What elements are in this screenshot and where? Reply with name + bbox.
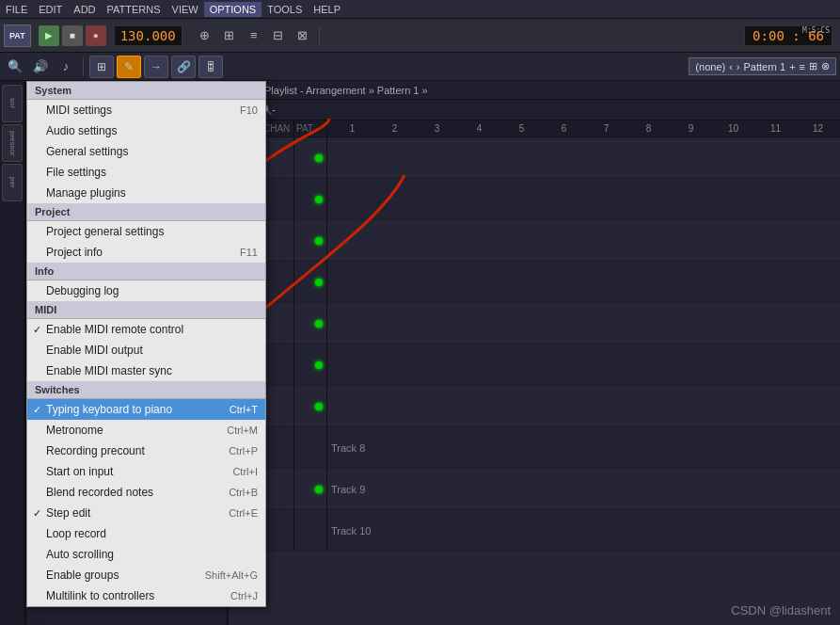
debugging-log-label: Debugging log	[46, 284, 119, 297]
mcs-label: M:S:CS	[802, 26, 830, 35]
pattern-selector[interactable]: (none) ‹ › Pattern 1 + ≡ ⊞ ⊗	[689, 57, 836, 75]
menu-enable-midi-remote[interactable]: ✓ Enable MIDI remote control	[27, 319, 265, 340]
link-tool-btn[interactable]: 🔗	[171, 56, 196, 78]
track-list: Track 8 Track 9 Track 10	[229, 137, 840, 625]
speaker-icon[interactable]: 🔊	[29, 56, 52, 78]
menu-view[interactable]: VIEW	[166, 2, 204, 17]
track4-content[interactable]	[327, 262, 840, 302]
play-button[interactable]: ▶	[39, 25, 59, 46]
track-row	[229, 345, 840, 386]
secondary-toolbar: 🔍 🔊 ♪ ⊞ ✎ → 🔗 🎛 (none) ‹ › Pattern 1 + ≡…	[0, 53, 840, 81]
mixer-tool-btn[interactable]: 🎛	[198, 56, 223, 78]
pattern-grid-icon[interactable]: ⊞	[809, 60, 817, 72]
mcs-seconds: :	[792, 28, 800, 43]
project-info-shortcut: F11	[221, 247, 258, 258]
track7-content[interactable]	[327, 386, 840, 426]
plugin-item-pressor[interactable]: pressor	[2, 124, 23, 162]
menu-enable-midi-master[interactable]: ✓ Enable MIDI master sync	[27, 361, 265, 381]
pattern-close-icon[interactable]: ⊗	[821, 60, 830, 72]
enable-midi-output-label: Enable MIDI output	[46, 344, 143, 357]
toolbar-icon3[interactable]: ≡	[243, 24, 265, 47]
track3-content[interactable]	[327, 220, 840, 261]
menu-audio-settings[interactable]: Audio settings	[27, 120, 265, 141]
pattern-list-icon[interactable]: ≡	[800, 61, 805, 72]
menu-enable-groups[interactable]: ✓ Enable groups Shift+Alt+G	[27, 565, 265, 585]
menu-step-edit[interactable]: ✓ Step edit Ctrl+E	[27, 503, 265, 523]
magnify-icon[interactable]: 🔍	[4, 56, 26, 78]
menu-options[interactable]: OPTIONS	[204, 2, 262, 17]
section-project: Project	[27, 203, 265, 221]
midi-settings-label: MIDI settings	[46, 104, 112, 117]
menu-manage-plugins[interactable]: Manage plugins	[27, 183, 265, 203]
arrow-tool-btn[interactable]: →	[144, 56, 168, 78]
ruler-12: 12	[797, 123, 839, 134]
menu-edit[interactable]: EDIT	[33, 2, 68, 17]
project-info-label: Project info	[46, 246, 103, 259]
toolbar-icon1[interactable]: ⊕	[194, 24, 216, 47]
menu-loop-record[interactable]: ✓ Loop record	[27, 523, 265, 544]
loop-record-label: Loop record	[46, 527, 106, 540]
grid-tool-btn[interactable]: ⊞	[89, 56, 114, 78]
menu-auto-scrolling[interactable]: ✓ Auto scrolling	[27, 544, 265, 565]
ruler-10: 10	[712, 123, 754, 134]
pat-button[interactable]: PAT	[4, 24, 31, 47]
menu-enable-midi-output[interactable]: ✓ Enable MIDI output	[27, 340, 265, 361]
col-chan: CHAN	[262, 120, 294, 136]
menu-file-settings[interactable]: File settings	[27, 162, 265, 183]
toolbar-icon5[interactable]: ⊠	[292, 24, 314, 47]
menu-project-general-settings[interactable]: Project general settings	[27, 221, 265, 242]
menu-project-info[interactable]: Project info F11	[27, 242, 265, 263]
menu-file[interactable]: FILE	[0, 2, 33, 17]
ruler-1: 1	[331, 123, 373, 134]
menu-start-on-input[interactable]: ✓ Start on input Ctrl+I	[27, 461, 265, 482]
ruler-4: 4	[458, 123, 500, 134]
track8-label: Track 8	[331, 442, 365, 454]
menu-multilink[interactable]: ✓ Multilink to controllers Ctrl+J	[27, 585, 265, 606]
menu-blend-recorded[interactable]: ✓ Blend recorded notes Ctrl+B	[27, 482, 265, 503]
toolbar-icon2[interactable]: ⊞	[218, 24, 241, 47]
enable-groups-label: Enable groups	[46, 569, 119, 582]
note-icon[interactable]: ♪	[55, 56, 77, 78]
menu-typing-keyboard[interactable]: ✓ Typing keyboard to piano Ctrl+T	[27, 399, 265, 420]
pattern-add-icon[interactable]: +	[789, 61, 795, 72]
plugin-item-per[interactable]: per	[2, 164, 23, 201]
track9-content[interactable]: Track 9	[327, 469, 840, 509]
track10-label: Track 10	[331, 525, 371, 537]
track2-content[interactable]	[327, 179, 840, 219]
check-enable-groups: ✓	[33, 569, 41, 582]
ruler-5: 5	[500, 123, 543, 134]
menu-metronome[interactable]: ✓ Metronome Ctrl+M	[27, 420, 265, 441]
track10-content[interactable]: Track 10	[327, 510, 840, 551]
led-track9	[315, 486, 323, 493]
plugin-item-sor[interactable]: sor	[2, 85, 23, 122]
bpm-display[interactable]: 130.000	[114, 25, 182, 46]
menu-recording-precount[interactable]: ✓ Recording precount Ctrl+P	[27, 441, 265, 461]
menu-add[interactable]: ADD	[68, 2, 101, 17]
menu-general-settings[interactable]: General settings	[27, 141, 265, 162]
plugin-strip: sor pressor per	[0, 81, 26, 625]
record-button[interactable]: ●	[86, 25, 106, 46]
chevron-right-icon[interactable]: ›	[737, 61, 740, 72]
track6-content[interactable]	[327, 345, 840, 385]
manage-plugins-label: Manage plugins	[46, 186, 126, 200]
chevron-left-icon[interactable]: ‹	[729, 61, 733, 72]
menu-patterns[interactable]: PATTERNS	[102, 2, 166, 17]
ruler-7: 7	[585, 123, 627, 134]
pencil-tool-btn[interactable]: ✎	[117, 56, 141, 78]
track8-content[interactable]: Track 8	[327, 427, 840, 468]
playlist-area: ◀ 🔊 Playlist - Arrangement » Pattern 1 »…	[229, 81, 840, 625]
menu-midi-settings[interactable]: MIDI settings F10	[27, 100, 265, 120]
track5-content[interactable]	[327, 303, 840, 344]
stop-button[interactable]: ■	[62, 25, 83, 46]
project-general-settings-label: Project general settings	[46, 225, 164, 238]
menu-help[interactable]: HELP	[308, 2, 346, 17]
toolbar-icon4[interactable]: ⊟	[267, 24, 290, 47]
menu-debugging-log[interactable]: Debugging log	[27, 280, 265, 301]
check-start-on-input: ✓	[33, 466, 41, 478]
audio-settings-label: Audio settings	[46, 124, 117, 137]
left-panel: System MIDI settings F10 Audio settings …	[26, 81, 229, 625]
track1-content[interactable]	[327, 137, 840, 178]
menu-tools[interactable]: TOOLS	[262, 2, 308, 17]
watermark: CSDN @lidashent	[731, 603, 831, 617]
options-dropdown-menu: System MIDI settings F10 Audio settings …	[26, 81, 266, 607]
